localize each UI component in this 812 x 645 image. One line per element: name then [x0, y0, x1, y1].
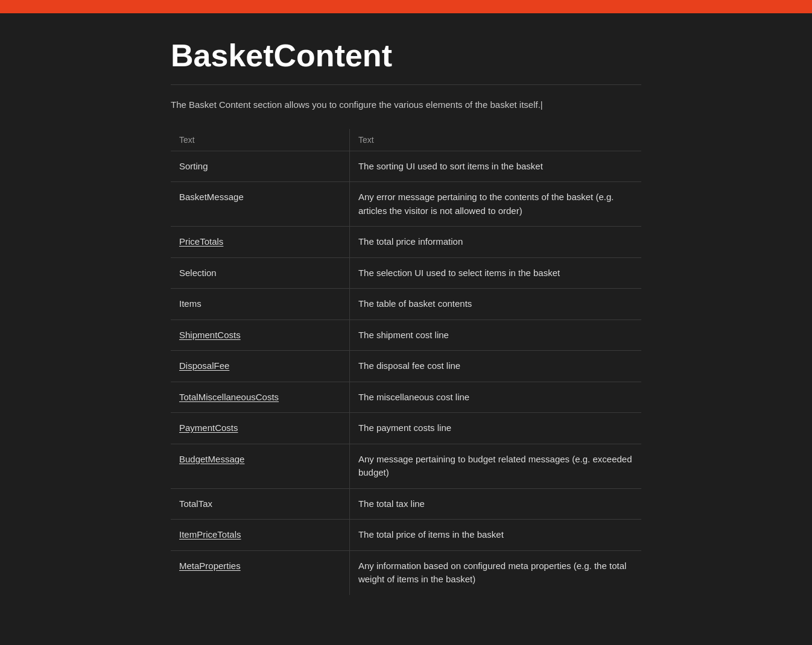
table-row: SelectionThe selection UI used to select… — [171, 257, 641, 289]
row-description: The selection UI used to select items in… — [349, 257, 641, 289]
row-name[interactable]: TotalMiscellaneousCosts — [171, 382, 349, 413]
table-row: ItemPriceTotalsThe total price of items … — [171, 520, 641, 551]
row-name[interactable]: ShipmentCosts — [171, 319, 349, 351]
row-description: The payment costs line — [349, 413, 641, 444]
table-row: ItemsThe table of basket contents — [171, 289, 641, 320]
row-description: The shipment cost line — [349, 319, 641, 351]
table-row: PaymentCostsThe payment costs line — [171, 413, 641, 444]
row-description: Any error message pertaining to the cont… — [349, 182, 641, 227]
table-row: TotalMiscellaneousCostsThe miscellaneous… — [171, 382, 641, 413]
row-name: BasketMessage — [171, 182, 349, 227]
row-name[interactable]: ItemPriceTotals — [171, 520, 349, 551]
table-row: TotalTaxThe total tax line — [171, 488, 641, 520]
row-name[interactable]: PaymentCosts — [171, 413, 349, 444]
row-description: Any information based on configured meta… — [349, 550, 641, 595]
row-description: The disposal fee cost line — [349, 351, 641, 382]
row-name[interactable]: BudgetMessage — [171, 444, 349, 488]
page-description: The Basket Content section allows you to… — [171, 98, 641, 112]
row-name: TotalTax — [171, 488, 349, 520]
row-description: The table of basket contents — [349, 289, 641, 320]
top-bar — [0, 0, 812, 13]
row-name: Sorting — [171, 151, 349, 182]
table-header-row: Text Text — [171, 129, 641, 151]
row-description: Any message pertaining to budget related… — [349, 444, 641, 488]
row-description: The sorting UI used to sort items in the… — [349, 151, 641, 182]
table-row: MetaPropertiesAny information based on c… — [171, 550, 641, 595]
content-table: Text Text SortingThe sorting UI used to … — [171, 129, 641, 595]
table-row: BasketMessageAny error message pertainin… — [171, 182, 641, 227]
row-description: The miscellaneous cost line — [349, 382, 641, 413]
row-name[interactable]: DisposalFee — [171, 351, 349, 382]
col-header-desc: Text — [349, 129, 641, 151]
row-name[interactable]: MetaProperties — [171, 550, 349, 595]
page-title: BasketContent — [171, 37, 641, 74]
table-row: PriceTotalsThe total price information — [171, 227, 641, 258]
table-row: ShipmentCostsThe shipment cost line — [171, 319, 641, 351]
table-row: BudgetMessageAny message pertaining to b… — [171, 444, 641, 488]
row-description: The total price information — [349, 227, 641, 258]
content-wrapper: BasketContent The Basket Content section… — [159, 13, 653, 631]
row-description: The total tax line — [349, 488, 641, 520]
table-row: SortingThe sorting UI used to sort items… — [171, 151, 641, 182]
row-name: Items — [171, 289, 349, 320]
table-row: DisposalFeeThe disposal fee cost line — [171, 351, 641, 382]
title-divider — [171, 84, 641, 85]
row-name: Selection — [171, 257, 349, 289]
row-name[interactable]: PriceTotals — [171, 227, 349, 258]
col-header-name: Text — [171, 129, 349, 151]
row-description: The total price of items in the basket — [349, 520, 641, 551]
